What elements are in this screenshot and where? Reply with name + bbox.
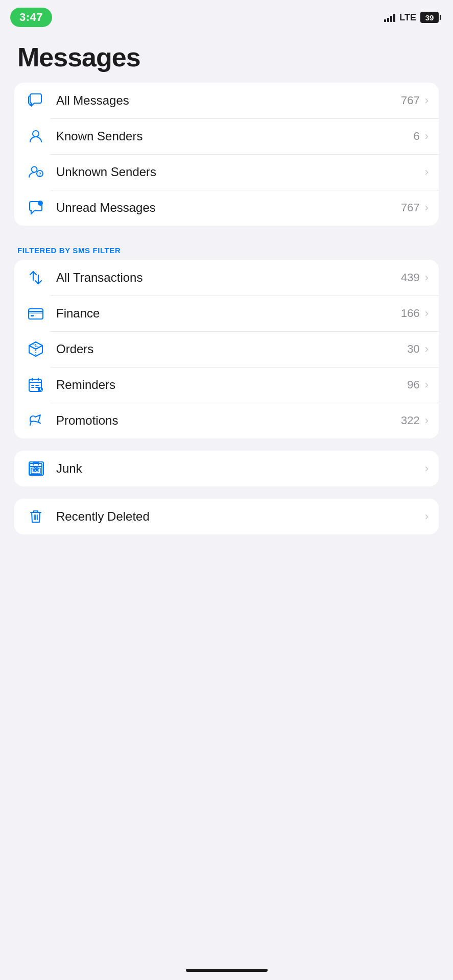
all-messages-count: 767	[401, 94, 420, 107]
chevron-right-icon: ›	[425, 271, 428, 284]
svg-text:?: ?	[39, 172, 42, 177]
known-senders-count: 6	[413, 130, 419, 143]
status-right: LTE 39	[384, 12, 439, 23]
chevron-right-icon: ›	[425, 462, 428, 475]
home-indicator	[186, 969, 268, 972]
all-transactions-label: All Transactions	[56, 271, 401, 285]
unknown-senders-label: Unknown Senders	[56, 165, 420, 179]
promotions-item[interactable]: Promotions 322 ›	[14, 403, 439, 438]
orders-count: 30	[407, 342, 419, 356]
finance-item[interactable]: Finance 166 ›	[14, 296, 439, 331]
filtered-section-card: All Transactions 439 › Finance 166 ›	[14, 260, 439, 438]
promotions-icon	[25, 409, 47, 432]
unread-messages-label: Unread Messages	[56, 201, 401, 215]
signal-icon	[384, 13, 395, 22]
orders-icon	[25, 338, 47, 360]
junk-card: Junk ›	[14, 451, 439, 486]
main-messages-card: All Messages 767 › Known Senders 6 › ? U…	[14, 83, 439, 226]
recently-deleted-label: Recently Deleted	[56, 509, 425, 524]
unknown-senders-icon: ?	[25, 161, 47, 183]
svg-point-4	[38, 201, 43, 206]
reminders-label: Reminders	[56, 378, 407, 392]
known-senders-icon	[25, 125, 47, 148]
chevron-right-icon: ›	[425, 201, 428, 214]
chevron-right-icon: ›	[425, 94, 428, 107]
unread-messages-icon	[25, 197, 47, 219]
page-title: Messages	[0, 28, 453, 83]
transactions-icon	[25, 266, 47, 289]
finance-icon	[25, 302, 47, 325]
orders-label: Orders	[56, 342, 407, 356]
all-transactions-item[interactable]: All Transactions 439 ›	[14, 260, 439, 296]
all-messages-label: All Messages	[56, 93, 401, 108]
promotions-label: Promotions	[56, 413, 401, 428]
chevron-right-icon: ›	[425, 342, 428, 356]
chevron-right-icon: ›	[425, 130, 428, 143]
svg-line-22	[38, 422, 40, 423]
svg-point-1	[32, 167, 37, 173]
unread-messages-count: 767	[401, 201, 420, 214]
svg-rect-10	[31, 315, 34, 316]
unread-messages-item[interactable]: Unread Messages 767 ›	[14, 190, 439, 226]
status-bar: 3:47 LTE 39	[0, 0, 453, 28]
time-display: 3:47	[10, 8, 52, 27]
promotions-count: 322	[401, 414, 420, 427]
reminders-item[interactable]: Reminders 96 ›	[14, 367, 439, 403]
reminders-count: 96	[407, 378, 419, 391]
recently-deleted-item[interactable]: Recently Deleted ›	[14, 499, 439, 534]
chevron-right-icon: ›	[425, 307, 428, 320]
chevron-right-icon: ›	[425, 378, 428, 391]
known-senders-item[interactable]: Known Senders 6 ›	[14, 118, 439, 154]
junk-icon	[25, 457, 47, 480]
chevron-right-icon: ›	[425, 165, 428, 179]
filtered-section-header: FILTERED BY SMS FILTER	[0, 238, 453, 260]
orders-item[interactable]: Orders 30 ›	[14, 331, 439, 367]
lte-label: LTE	[399, 12, 416, 23]
finance-count: 166	[401, 307, 420, 320]
junk-label: Junk	[56, 461, 425, 476]
battery-indicator: 39	[420, 12, 439, 23]
trash-icon	[25, 505, 47, 528]
all-messages-item[interactable]: All Messages 767 ›	[14, 83, 439, 118]
finance-label: Finance	[56, 306, 401, 321]
junk-item[interactable]: Junk ›	[14, 451, 439, 486]
all-transactions-count: 439	[401, 271, 420, 284]
svg-point-0	[33, 131, 39, 137]
chat-bubbles-icon	[25, 89, 47, 112]
unknown-senders-item[interactable]: ? Unknown Senders ›	[14, 154, 439, 190]
known-senders-label: Known Senders	[56, 129, 413, 143]
recently-deleted-card: Recently Deleted ›	[14, 499, 439, 534]
reminders-icon	[25, 374, 47, 396]
chevron-right-icon: ›	[425, 510, 428, 523]
chevron-right-icon: ›	[425, 414, 428, 427]
